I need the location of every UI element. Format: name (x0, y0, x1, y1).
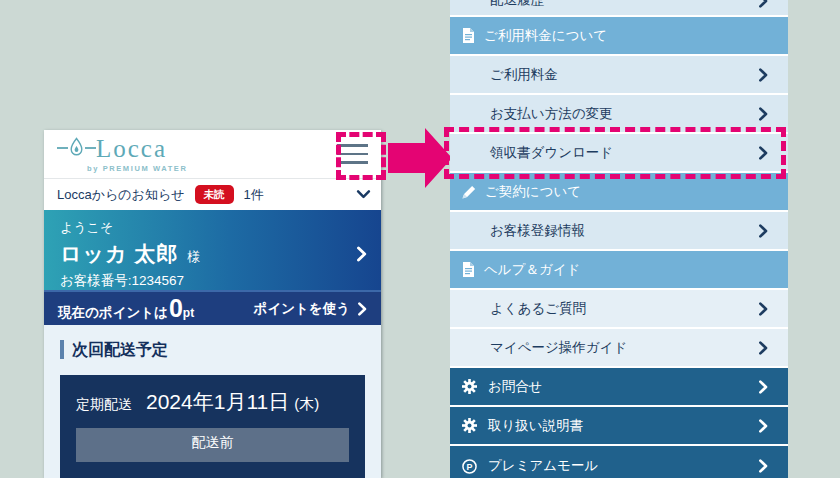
app-header: Locca by PREMIUM WATER (44, 130, 381, 178)
document-icon (462, 28, 475, 43)
menu-section-billing: ご利用料金について (450, 17, 788, 54)
menu-item-delivery-history[interactable]: 配送履歴 (450, 0, 788, 15)
delivery-date: 2024年1月11日 (146, 388, 289, 416)
side-menu-panel: 配送履歴 ご利用料金について ご利用料金 お支払い方法の変更 領収書ダウンロード (450, 0, 788, 478)
points-summary: 現在のポイントは 0 pt (58, 296, 194, 322)
menu-item-receipt-download[interactable]: 領収書ダウンロード (450, 134, 788, 171)
gear-icon (462, 379, 477, 394)
news-count: 1件 (244, 186, 264, 204)
honorific: 様 (187, 248, 200, 266)
chevron-right-icon (759, 459, 768, 473)
brand-subtitle: by PREMIUM WATER (87, 164, 187, 173)
news-notification-row[interactable]: Loccaからのお知らせ 未読 1件 (44, 178, 381, 210)
menu-section-label: ご利用料金について (484, 27, 607, 45)
menu-item-payment-method[interactable]: お支払い方法の変更 (450, 95, 788, 132)
chevron-right-icon (759, 419, 768, 433)
pencil-icon (462, 185, 476, 199)
menu-section-contract: ご契約について (450, 173, 788, 210)
menu-item-mypage-guide[interactable]: マイページ操作ガイド (450, 329, 788, 366)
chevron-right-icon (759, 302, 768, 316)
menu-item-label: プレミアムモール (488, 457, 598, 475)
menu-item-instruction-manual[interactable]: 取り扱い説明書 (450, 407, 788, 444)
logo-line-right (85, 147, 96, 149)
chevron-right-icon (759, 107, 768, 121)
chevron-right-icon[interactable] (357, 246, 367, 262)
delivery-status-button[interactable]: 配送前 (76, 428, 349, 462)
svg-text:P: P (467, 461, 473, 471)
menu-item-customer-registration[interactable]: お客様登録情報 (450, 212, 788, 249)
menu-item-label: 取り扱い説明書 (488, 417, 583, 435)
document-icon (462, 262, 475, 277)
hamburger-menu-icon[interactable] (337, 140, 368, 168)
logo-line-left (57, 147, 68, 149)
delivery-type: 定期配送 (76, 396, 132, 414)
menu-item-usage-fee[interactable]: ご利用料金 (450, 56, 788, 93)
chevron-down-icon[interactable] (356, 190, 371, 199)
chevron-right-icon (759, 224, 768, 238)
menu-item-label: お問合せ (488, 378, 543, 396)
points-bar: 現在のポイントは 0 pt ポイントを使う (44, 290, 381, 325)
points-label: 現在のポイントは (58, 304, 168, 322)
menu-item-label: よくあるご質問 (490, 300, 586, 318)
use-points-label: ポイントを使う (254, 300, 350, 318)
next-delivery-heading: 次回配送予定 (60, 340, 365, 359)
chevron-right-icon (759, 341, 768, 355)
delivery-info-box: 定期配送 2024年1月11日 (木) 配送前 (60, 375, 365, 478)
locca-logo: Locca by PREMIUM WATER (57, 136, 187, 173)
menu-item-label: 配送履歴 (490, 0, 544, 9)
gear-icon (462, 418, 477, 433)
menu-item-contact[interactable]: お問合せ (450, 368, 788, 405)
water-drop-icon (70, 137, 83, 160)
delivery-weekday: (木) (294, 395, 319, 414)
points-value: 0 (169, 296, 183, 321)
use-points-link[interactable]: ポイントを使う (254, 300, 367, 318)
customer-name: ロッカ 太郎 (60, 240, 178, 268)
phone-screen-home: Locca by PREMIUM WATER Loccaからのお知らせ 未読 1… (44, 130, 381, 478)
points-unit: pt (183, 306, 194, 320)
welcome-panel[interactable]: ようこそ ロッカ 太郎 様 お客様番号:1234567 (44, 210, 381, 290)
screenshot-stage: Locca by PREMIUM WATER Loccaからのお知らせ 未読 1… (0, 0, 840, 478)
menu-item-label: マイページ操作ガイド (490, 339, 627, 357)
menu-item-premium-mall[interactable]: P プレミアムモール (450, 446, 788, 478)
menu-section-label: ご契約について (485, 183, 581, 201)
news-label: Loccaからのお知らせ (57, 186, 185, 204)
brand-name: Locca (96, 136, 167, 161)
chevron-right-icon (759, 0, 768, 8)
p-circle-icon: P (462, 459, 477, 474)
menu-item-label: 領収書ダウンロード (490, 144, 613, 162)
next-delivery-section: 次回配送予定 定期配送 2024年1月11日 (木) 配送前 (44, 325, 381, 478)
menu-item-label: お支払い方法の変更 (490, 105, 612, 123)
unread-badge: 未読 (195, 185, 234, 204)
chevron-right-icon (759, 68, 768, 82)
customer-number: お客様番号:1234567 (60, 272, 365, 290)
chevron-right-icon (358, 302, 367, 316)
menu-item-label: ご利用料金 (490, 66, 558, 84)
menu-item-label: お客様登録情報 (490, 222, 585, 240)
arrow-right-indicator (388, 126, 454, 190)
chevron-right-icon (759, 146, 768, 160)
welcome-greeting: ようこそ (60, 219, 365, 237)
menu-item-faq[interactable]: よくあるご質問 (450, 290, 788, 327)
menu-section-label: ヘルプ＆ガイド (484, 261, 580, 279)
menu-section-help-guide: ヘルプ＆ガイド (450, 251, 788, 288)
chevron-right-icon (759, 380, 768, 394)
